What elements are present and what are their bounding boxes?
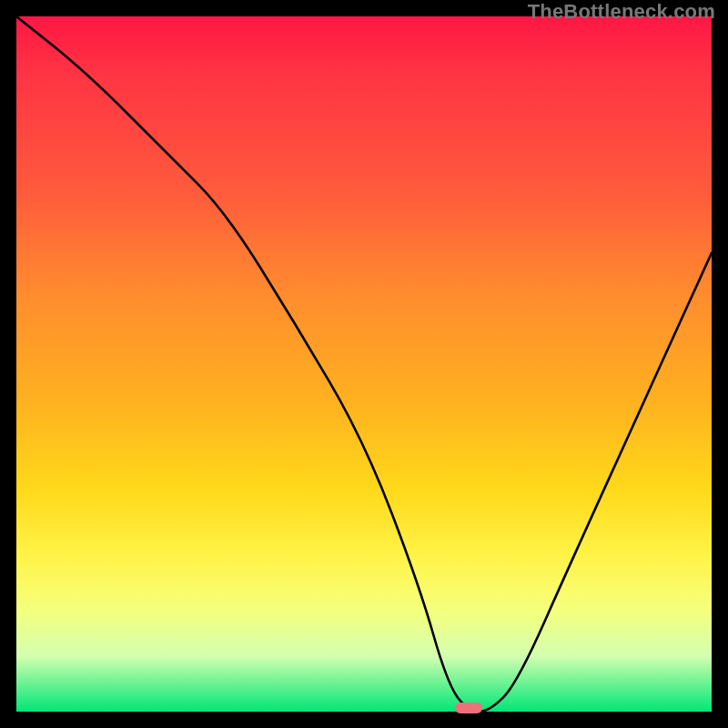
bottleneck-curve bbox=[16, 16, 712, 712]
optimal-marker bbox=[455, 703, 482, 713]
curve-path bbox=[16, 16, 712, 712]
plot-area bbox=[16, 16, 712, 712]
chart-stage: TheBottleneck.com bbox=[0, 0, 728, 728]
watermark-text: TheBottleneck.com bbox=[528, 0, 715, 24]
